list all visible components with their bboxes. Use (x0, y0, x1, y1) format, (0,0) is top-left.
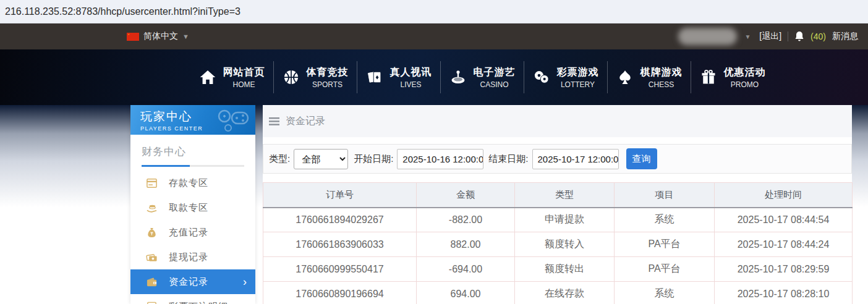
table-cell: 2025-10-17 08:29:59 (715, 257, 853, 282)
column-header: 类型 (515, 183, 615, 208)
new-messages-link[interactable]: 新消息 (832, 31, 858, 42)
sidebar-item-lottery-bet-details[interactable]: 彩票下注明细 (130, 294, 255, 304)
table-row: 1760660999550417-694.00额度转出PA平台2025-10-1… (263, 257, 853, 282)
nav-item-title: 真人视讯 (390, 66, 432, 79)
nav-item-promo[interactable]: 优惠活动PROMO (691, 49, 774, 105)
language-selector[interactable]: 简体中文 ▼ (127, 23, 189, 49)
sidebar-item-label: 取款专区 (169, 202, 208, 214)
end-date-input[interactable] (532, 149, 619, 169)
table-cell: 1760661863906033 (263, 232, 417, 257)
main-nav: 网站首页HOME体育竞技SPORTS真人视讯LIVES电子游艺CASINO彩票游… (0, 49, 868, 105)
table-row: 1760660890196694694.00在线存款系统2025-10-17 0… (263, 282, 853, 304)
table-header-row: 订单号金额类型项目处理时间 (263, 183, 853, 208)
nav-item-text: 网站首页HOME (223, 66, 265, 89)
sidebar-menu: 存款专区取款专区充值记录提现记录资金记录›彩票下注明细 (130, 171, 255, 304)
nav-item-subtitle: PROMO (724, 80, 766, 89)
search-button[interactable]: 查询 (626, 148, 657, 169)
end-date-label: 结束日期: (488, 153, 528, 165)
message-count-badge[interactable]: (40) (811, 32, 826, 41)
nav-item-casino[interactable]: 电子游艺CASINO (441, 49, 524, 105)
sidebar-item-withdraw-records[interactable]: 提现记录 (130, 245, 255, 269)
sidebar-item-recharge-records[interactable]: 充值记录 (130, 220, 255, 245)
chevron-right-icon: › (243, 276, 247, 287)
page-title: 资金记录 (286, 115, 325, 128)
nav-item-text: 电子游艺CASINO (474, 66, 516, 89)
china-flag-icon (127, 33, 139, 41)
sidebar-item-label: 提现记录 (169, 251, 208, 263)
nav-item-title: 棋牌游戏 (640, 66, 683, 79)
nav-item-title: 优惠活动 (724, 66, 766, 79)
table-cell: 系统 (615, 282, 715, 304)
sidebar-item-label: 资金记录 (169, 276, 208, 288)
nav-item-subtitle: LOTTERY (557, 80, 599, 89)
sidebar-item-label: 彩票下注明细 (169, 301, 228, 304)
table-row: 1760661894029267-882.00申请提款系统2025-10-17 … (263, 208, 853, 232)
table-cell: 申请提款 (515, 208, 615, 232)
start-date-input[interactable] (397, 149, 483, 169)
gift-icon (700, 69, 717, 86)
sidebar-item-label: 充值记录 (169, 227, 208, 239)
page-url: 216.118.235.52:8783/hhcp/usercenter.html… (5, 6, 240, 17)
table-cell: 1760660999550417 (263, 257, 417, 282)
browser-url-bar[interactable]: 216.118.235.52:8783/hhcp/usercenter.html… (0, 0, 868, 23)
column-header: 项目 (615, 183, 715, 208)
wallet-icon (146, 276, 158, 288)
hamburger-icon[interactable] (269, 117, 279, 125)
type-select[interactable]: 全部 (294, 149, 348, 169)
nav-item-subtitle: CASINO (474, 80, 516, 89)
sidebar-item-withdraw-zone[interactable]: 取款专区 (130, 195, 255, 220)
nav-item-subtitle: LIVES (390, 80, 432, 89)
funds-records-table: 订单号金额类型项目处理时间 1760661894029267-882.00申请提… (263, 182, 853, 304)
nav-item-chess[interactable]: 棋牌游戏CHESS (608, 49, 691, 105)
table-cell: 在线存款 (515, 282, 615, 304)
bet-detail-icon (146, 301, 158, 304)
nav-item-subtitle: CHESS (640, 80, 683, 89)
table-cell: 694.00 (417, 282, 515, 304)
money-bag-icon (146, 227, 158, 239)
content-panel: 资金记录 类型: 全部 开始日期: 结束日期: 查询 订单号金额类型项目处理时间… (263, 105, 852, 304)
nav-item-subtitle: HOME (223, 80, 265, 89)
table-cell: -694.00 (417, 257, 515, 282)
table-cell: 1760661894029267 (263, 208, 417, 232)
nav-item-lottery[interactable]: 彩票游戏LOTTERY (524, 49, 607, 105)
sidebar-item-funds-records[interactable]: 资金记录› (130, 269, 255, 294)
gamepad-icon (216, 108, 250, 132)
username-redacted[interactable] (678, 28, 737, 45)
logout-link[interactable]: [退出] (759, 31, 781, 42)
nav-items: 网站首页HOME体育竞技SPORTS真人视讯LIVES电子游艺CASINO彩票游… (190, 49, 774, 105)
divider (788, 32, 788, 41)
basketball-icon (283, 69, 300, 86)
nav-item-text: 真人视讯LIVES (390, 66, 432, 89)
nav-item-title: 网站首页 (223, 66, 265, 79)
nav-item-home[interactable]: 网站首页HOME (190, 49, 273, 105)
filter-bar: 类型: 全部 开始日期: 结束日期: 查询 (263, 144, 852, 174)
nav-item-subtitle: SPORTS (307, 80, 349, 89)
account-bar: 简体中文 ▼ ▼ [退出] (40) 新消息 (0, 23, 868, 49)
spade-icon (616, 69, 634, 86)
poker-cards-icon (366, 69, 383, 86)
home-icon (199, 69, 216, 86)
table-cell: 2025-10-17 08:28:10 (715, 282, 853, 304)
chevron-down-icon[interactable]: ▼ (744, 33, 751, 40)
sidebar: 玩家中心 PLAYERS CENTER 财务中心 存款专区取款专区充值记录提现记… (130, 105, 255, 304)
user-area: ▼ [退出] (40) 新消息 (678, 23, 858, 49)
nav-item-lives[interactable]: 真人视讯LIVES (357, 49, 440, 105)
lottery-balls-icon (533, 69, 550, 86)
withdraw-record-icon (146, 251, 158, 263)
withdraw-hand-icon (146, 202, 158, 214)
table-cell: 系统 (615, 208, 715, 232)
table-cell: 1760660890196694 (263, 282, 417, 304)
sidebar-item-deposit-zone[interactable]: 存款专区 (130, 171, 255, 195)
table-cell: 882.00 (417, 232, 515, 257)
breadcrumb: 资金记录 (263, 105, 852, 137)
table-body: 1760661894029267-882.00申请提款系统2025-10-17 … (263, 208, 853, 304)
bell-icon[interactable] (794, 31, 804, 42)
type-label: 类型: (269, 153, 290, 165)
deposit-card-icon (146, 177, 158, 189)
sidebar-header[interactable]: 玩家中心 PLAYERS CENTER (130, 105, 255, 135)
column-header: 金额 (417, 183, 515, 208)
nav-item-text: 体育竞技SPORTS (307, 66, 349, 89)
nav-item-sports[interactable]: 体育竞技SPORTS (274, 49, 357, 105)
table-row: 1760661863906033882.00额度转入PA平台2025-10-17… (263, 232, 853, 257)
table-cell: PA平台 (615, 257, 715, 282)
